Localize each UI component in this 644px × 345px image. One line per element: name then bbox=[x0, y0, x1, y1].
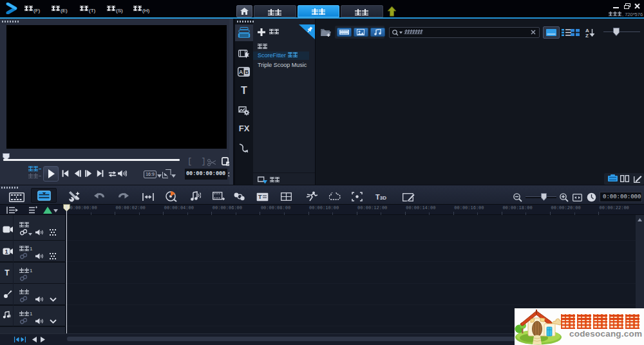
svg-text:T: T bbox=[258, 194, 262, 200]
svg-text:1: 1 bbox=[5, 248, 8, 255]
svg-text:Z: Z bbox=[585, 33, 589, 37]
svg-text:A: A bbox=[239, 69, 243, 75]
svg-text:B: B bbox=[245, 69, 249, 75]
